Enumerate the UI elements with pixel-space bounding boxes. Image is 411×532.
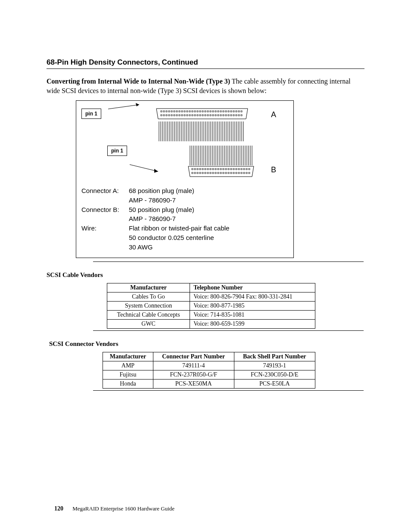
svg-rect-158 xyxy=(205,168,206,170)
cell: 749193-1 xyxy=(234,361,315,370)
table-row: Honda PCS-XE50MA PCS-E50LA xyxy=(103,380,315,389)
svg-rect-20 xyxy=(212,111,214,112)
table-header-row: Manufacturer Connector Part Number Back … xyxy=(103,352,315,361)
svg-marker-115 xyxy=(136,103,139,106)
svg-rect-25 xyxy=(225,111,227,112)
svg-rect-173 xyxy=(243,168,245,170)
ribbon-a-icon xyxy=(155,121,249,141)
svg-rect-186 xyxy=(218,172,219,174)
cell: PCS-XE50MA xyxy=(153,380,234,389)
svg-rect-192 xyxy=(233,172,234,174)
connector-b-icon xyxy=(187,165,255,177)
svg-rect-16 xyxy=(202,111,203,112)
th-backshell-part: Back Shell Part Number xyxy=(234,352,315,361)
pin1-label-a: pin 1 xyxy=(81,109,101,119)
svg-rect-164 xyxy=(220,168,221,170)
connector-vendors-title: SCSI Connector Vendors xyxy=(49,340,364,348)
figure-spec-block: Connector A: 68 position plug (male) AMP… xyxy=(81,186,288,252)
svg-rect-185 xyxy=(215,172,216,174)
cell: Voice: 800-826-7904 Fax: 800-331-2841 xyxy=(190,292,315,302)
svg-rect-175 xyxy=(249,168,250,170)
spec-wire-val2: 50 conductor 0.025 centerline xyxy=(129,233,288,243)
svg-rect-154 xyxy=(194,168,196,170)
cell: FCN-237R050-G/F xyxy=(153,370,234,380)
svg-rect-34 xyxy=(166,115,167,116)
connector-a-icon xyxy=(155,108,249,120)
table-row: GWC Voice: 800-659-1599 xyxy=(107,320,315,329)
cell: Technical Cable Concepts xyxy=(107,311,190,320)
svg-rect-180 xyxy=(202,172,203,174)
svg-rect-169 xyxy=(233,168,234,170)
svg-rect-27 xyxy=(230,111,232,112)
table-row: Fujitsu FCN-237R050-G/F FCN-230C050-D/E xyxy=(103,370,315,380)
spec-connA-val2: AMP - 786090-7 xyxy=(129,196,288,205)
heading-title: 68-Pin High Density Connectors, xyxy=(47,58,160,66)
svg-rect-176 xyxy=(192,172,193,174)
connector-b-letter: B xyxy=(271,146,288,174)
svg-rect-177 xyxy=(194,172,196,174)
svg-rect-163 xyxy=(218,168,219,170)
svg-rect-13 xyxy=(194,111,196,112)
svg-rect-157 xyxy=(202,168,203,170)
svg-rect-198 xyxy=(249,172,250,174)
cell: Voice: 714-835-1081 xyxy=(190,311,315,320)
cell: Cables To Go xyxy=(107,292,190,302)
cable-vendors-table: Manufacturer Telephone Number Cables To … xyxy=(107,283,315,329)
svg-rect-59 xyxy=(230,115,232,116)
svg-rect-9 xyxy=(184,111,185,112)
table-row: Cables To Go Voice: 800-826-7904 Fax: 80… xyxy=(107,292,315,302)
page-number: 120 xyxy=(54,505,63,512)
svg-rect-37 xyxy=(174,115,175,116)
svg-rect-11 xyxy=(189,111,190,112)
spec-connB-label: Connector B: xyxy=(81,205,129,215)
footer-title: MegaRAID Enterprise 1600 Hardware Guide xyxy=(72,505,174,512)
svg-rect-32 xyxy=(161,115,162,116)
svg-rect-174 xyxy=(246,168,247,170)
svg-rect-48 xyxy=(202,115,203,116)
svg-rect-35 xyxy=(168,115,170,116)
connector-a-row: pin 1 A xyxy=(81,108,288,141)
intro-bold: Converting from Internal Wide to Interna… xyxy=(47,78,230,85)
svg-rect-0 xyxy=(161,111,162,112)
svg-rect-15 xyxy=(199,111,201,112)
cell: PCS-E50LA xyxy=(234,380,315,389)
svg-rect-26 xyxy=(228,111,229,112)
svg-rect-31 xyxy=(241,111,242,112)
svg-rect-160 xyxy=(210,168,211,170)
svg-rect-193 xyxy=(236,172,237,174)
svg-rect-63 xyxy=(241,115,242,116)
svg-rect-38 xyxy=(176,115,177,116)
svg-rect-61 xyxy=(236,115,237,116)
svg-rect-3 xyxy=(168,111,170,112)
svg-rect-12 xyxy=(192,111,193,112)
connector-b-row: pin 1 B xyxy=(81,146,288,177)
svg-rect-161 xyxy=(212,168,214,170)
svg-rect-50 xyxy=(207,115,209,116)
svg-rect-23 xyxy=(220,111,221,112)
svg-rect-188 xyxy=(223,172,224,174)
connector-vendors-table: Manufacturer Connector Part Number Back … xyxy=(103,352,315,389)
svg-rect-14 xyxy=(197,111,198,112)
cell: 749111-4 xyxy=(153,361,234,370)
svg-rect-49 xyxy=(205,115,206,116)
heading-rule xyxy=(47,68,364,69)
svg-rect-162 xyxy=(215,168,216,170)
svg-rect-155 xyxy=(197,168,198,170)
table-row: Technical Cable Concepts Voice: 714-835-… xyxy=(107,311,315,320)
svg-rect-172 xyxy=(241,168,242,170)
svg-rect-46 xyxy=(197,115,198,116)
table-row: System Connection Voice: 800-877-1985 xyxy=(107,302,315,311)
rule-after-figure xyxy=(93,261,364,262)
svg-rect-195 xyxy=(241,172,242,174)
svg-rect-4 xyxy=(171,111,172,112)
svg-rect-10 xyxy=(187,111,188,112)
intro-paragraph: Converting from Internal Wide to Interna… xyxy=(47,77,364,95)
svg-rect-21 xyxy=(215,111,216,112)
spec-connB-val2: AMP - 786090-7 xyxy=(129,214,288,224)
svg-rect-8 xyxy=(181,111,183,112)
svg-rect-153 xyxy=(192,168,193,170)
svg-rect-22 xyxy=(218,111,219,112)
svg-rect-187 xyxy=(220,172,221,174)
svg-rect-41 xyxy=(184,115,185,116)
cell: AMP xyxy=(103,361,153,370)
